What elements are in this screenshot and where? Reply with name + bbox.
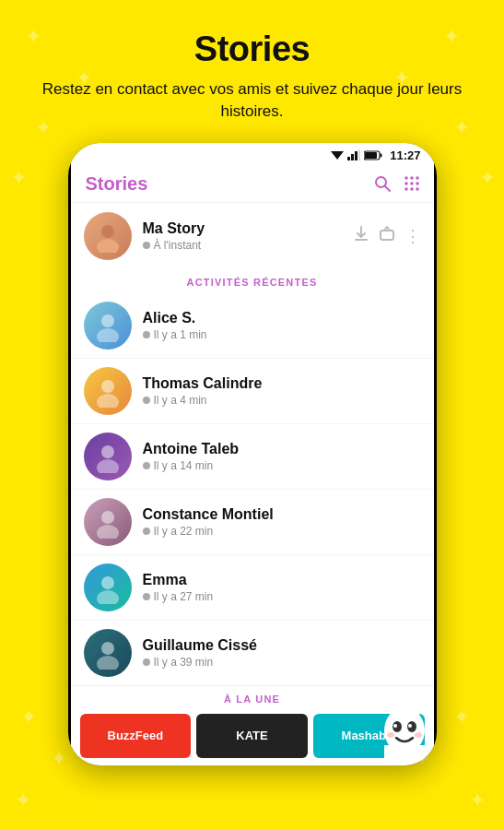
story-avatar: [84, 367, 132, 415]
svg-point-28: [97, 459, 119, 473]
svg-point-18: [416, 187, 419, 191]
svg-point-24: [97, 328, 119, 342]
bottom-card[interactable]: Mashable: [313, 714, 425, 758]
svg-rect-3: [355, 151, 357, 160]
app-bar: Stories: [71, 166, 434, 203]
story-info: Antoine Taleb Il y a 14 min: [143, 441, 421, 472]
grid-icon: [403, 174, 421, 193]
story-name: Guillaume Cissé: [143, 637, 421, 654]
search-button[interactable]: [373, 174, 392, 193]
svg-point-34: [97, 656, 119, 670]
signal-icon: [347, 149, 360, 160]
story-name: Constance Montiel: [143, 506, 421, 523]
svg-point-30: [97, 525, 119, 539]
story-list-item[interactable]: Alice S. Il y a 1 min: [71, 293, 434, 359]
story-list-item[interactable]: Antoine Taleb Il y a 14 min: [71, 424, 434, 490]
share-button[interactable]: [379, 225, 395, 246]
svg-point-33: [101, 642, 114, 655]
my-story-actions: ⋮: [353, 225, 421, 246]
story-info: Constance Montiel Il y a 22 min: [143, 506, 421, 538]
my-story-item[interactable]: Ma Story À l'instant: [71, 203, 434, 269]
story-info: Guillaume Cissé Il y a 39 min: [143, 637, 421, 669]
bottom-section-header: À LA UNE: [71, 686, 434, 710]
bottom-section: À LA UNE BuzzFeedKATEMashable: [71, 685, 434, 765]
svg-point-20: [97, 239, 119, 253]
svg-point-16: [404, 187, 408, 191]
status-time: 11:27: [390, 148, 420, 162]
story-time: Il y a 14 min: [143, 459, 421, 472]
download-button[interactable]: [353, 225, 369, 246]
story-name: Emma: [143, 572, 421, 588]
story-time: Il y a 22 min: [143, 525, 421, 538]
svg-point-29: [101, 511, 114, 524]
svg-point-32: [97, 590, 119, 604]
story-info: Emma Il y a 27 min: [143, 572, 421, 603]
story-time: Il y a 27 min: [143, 590, 421, 603]
phone-mockup: 11:27 Stories: [68, 143, 437, 765]
battery-icon: [364, 150, 382, 160]
story-list-item[interactable]: Emma Il y a 27 min: [71, 555, 434, 621]
story-list-item[interactable]: Constance Montiel Il y a 22 min: [71, 490, 434, 555]
svg-point-12: [416, 176, 419, 180]
svg-point-23: [101, 314, 114, 327]
bottom-cards: BuzzFeedKATEMashable: [71, 710, 434, 765]
search-icon: [373, 174, 392, 193]
svg-point-27: [101, 445, 114, 458]
story-avatar: [84, 498, 132, 546]
svg-point-15: [416, 182, 419, 185]
svg-rect-6: [381, 153, 382, 157]
app-title: Stories: [86, 173, 148, 195]
page-subtitle: Restez en contact avec vos amis et suive…: [0, 78, 504, 123]
svg-rect-4: [358, 149, 360, 160]
story-list: Alice S. Il y a 1 min Thomas Calindre Il…: [71, 293, 434, 685]
svg-rect-7: [365, 152, 377, 159]
app-bar-actions: [373, 174, 421, 193]
svg-line-9: [384, 186, 390, 192]
time-dot: [143, 242, 150, 249]
bottom-card[interactable]: BuzzFeed: [80, 714, 192, 758]
svg-rect-22: [381, 231, 393, 240]
story-name: Alice S.: [143, 310, 421, 326]
my-story-info: Ma Story À l'instant: [143, 220, 353, 252]
svg-point-31: [101, 576, 114, 589]
more-button[interactable]: ⋮: [404, 226, 421, 246]
my-story-avatar: [84, 212, 132, 260]
story-time: Il y a 1 min: [143, 328, 421, 341]
svg-point-17: [410, 187, 414, 191]
my-story-name: Ma Story: [143, 220, 353, 237]
story-info: Alice S. Il y a 1 min: [143, 310, 421, 341]
page-title: Stories: [194, 30, 310, 69]
download-icon: [353, 225, 369, 242]
my-story-time: À l'instant: [143, 239, 353, 252]
svg-point-11: [410, 176, 414, 180]
story-info: Thomas Calindre Il y a 4 min: [143, 375, 421, 407]
svg-point-19: [101, 225, 114, 238]
svg-point-13: [404, 182, 408, 185]
status-bar: 11:27: [71, 143, 434, 166]
svg-marker-0: [331, 151, 344, 160]
bottom-card[interactable]: KATE: [196, 714, 308, 758]
share-icon: [379, 225, 395, 242]
story-name: Thomas Calindre: [143, 375, 421, 392]
story-time: Il y a 39 min: [143, 656, 421, 669]
avatar-image: [91, 219, 124, 253]
svg-point-10: [404, 176, 408, 180]
recent-section-header: ACTIVITÉS RÉCENTES: [71, 269, 434, 293]
story-time: Il y a 4 min: [143, 394, 421, 407]
story-avatar: [84, 433, 132, 480]
story-avatar: [84, 629, 132, 677]
story-list-item[interactable]: Thomas Calindre Il y a 4 min: [71, 359, 434, 424]
svg-point-26: [97, 394, 119, 408]
story-list-item[interactable]: Guillaume Cissé Il y a 39 min: [71, 621, 434, 685]
grid-button[interactable]: [403, 174, 421, 193]
story-name: Antoine Taleb: [143, 441, 421, 457]
phone-screen: 11:27 Stories: [71, 143, 434, 765]
svg-rect-2: [351, 154, 354, 160]
svg-point-14: [410, 182, 414, 185]
story-avatar: [84, 302, 132, 350]
story-avatar: [84, 563, 132, 611]
svg-point-25: [101, 380, 114, 393]
svg-rect-1: [347, 157, 350, 160]
wifi-icon: [331, 149, 344, 160]
status-icons: 11:27: [331, 148, 420, 162]
